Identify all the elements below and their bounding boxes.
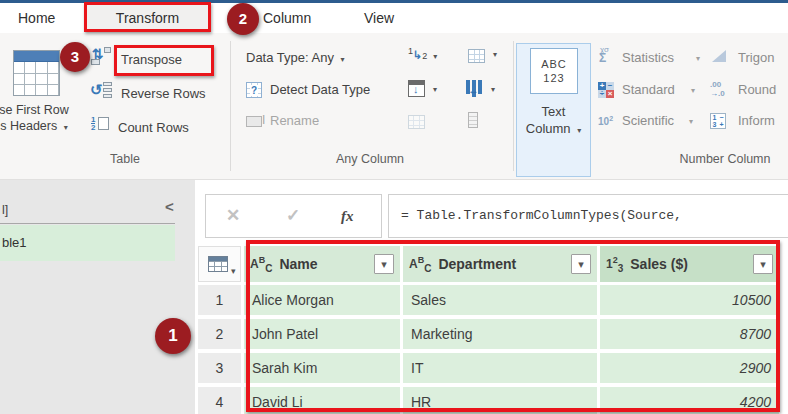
list-icon[interactable] <box>468 112 478 128</box>
rename-icon <box>246 116 262 127</box>
dropdown-arrow-icon: ▾ <box>491 85 495 94</box>
dropdown-arrow-icon: ▾ <box>493 50 497 59</box>
fill-down-icon: ↓ <box>408 80 425 97</box>
convert-to-list-icon[interactable] <box>408 115 425 129</box>
move-icon <box>468 49 485 63</box>
group-separator <box>513 41 514 171</box>
table-group-label: Table <box>20 152 230 166</box>
text-column-icon: ABC 123 <box>530 48 578 94</box>
dropdown-arrow-icon: ▾ <box>341 55 345 64</box>
count-rows-icon: 1 2 <box>91 115 109 133</box>
replace-values-button[interactable]: 1↳2 ▾ <box>408 46 437 62</box>
detect-data-type-icon: ? <box>246 82 262 98</box>
annotation-badge-1: 1 <box>155 318 191 354</box>
statistics-icon: χσΣ <box>598 47 616 65</box>
tab-home[interactable]: Home <box>18 3 55 33</box>
use-first-row-as-headers-button[interactable]: se First Row s Headers ▾ <box>0 102 86 136</box>
number-column-group-label: Number Column <box>640 152 788 166</box>
row-number[interactable]: 2 <box>198 319 241 349</box>
pivot-column-icon: ↔ <box>466 80 484 97</box>
standard-icon: +− ÷× <box>598 82 614 98</box>
power-query-editor-window: Home Transform Column View se First Row … <box>0 0 788 414</box>
reverse-rows-icon: ↺ <box>92 81 110 99</box>
formula-text: = Table.TransformColumnTypes(Source, <box>401 195 682 237</box>
fx-icon[interactable]: fx <box>341 195 354 237</box>
scientific-icon: 102 <box>598 115 613 127</box>
annotation-box-table <box>246 240 780 412</box>
tab-view[interactable]: View <box>364 3 394 33</box>
tab-column[interactable]: Column <box>263 3 311 33</box>
formula-bar[interactable]: = Table.TransformColumnTypes(Source, <box>388 194 788 238</box>
data-type-button[interactable]: Data Type: Any ▾ <box>246 50 345 65</box>
dropdown-arrow-icon: ▾ <box>689 117 693 126</box>
dropdown-arrow-icon: ▾ <box>433 85 437 94</box>
any-column-group-label: Any Column <box>280 152 460 166</box>
annotation-badge-3: 3 <box>60 42 90 72</box>
dropdown-arrow-icon: ▾ <box>64 123 68 132</box>
row-number[interactable]: 3 <box>198 353 241 383</box>
trigonometry-icon <box>712 50 726 62</box>
dropdown-arrow-icon: ▾ <box>691 86 695 95</box>
table-icon <box>208 256 228 272</box>
dropdown-arrow-icon: ▾ <box>231 266 236 276</box>
formula-toolbar: ✕ ✓ fx <box>205 194 382 238</box>
text-column-button[interactable]: ABC 123 Text Column ▾ <box>516 43 591 177</box>
queries-panel-header-fragment: l] <box>2 203 8 217</box>
group-separator <box>230 41 231 171</box>
dropdown-arrow-icon: ▾ <box>696 54 700 63</box>
information-icon: 1− 3+ <box>710 113 726 129</box>
annotation-box-transpose <box>114 45 214 76</box>
transpose-icon: ⇅ <box>92 47 110 65</box>
dropdown-arrow-icon: ▾ <box>577 126 581 135</box>
collapse-panel-icon[interactable]: < <box>165 198 174 215</box>
row-number[interactable]: 1 <box>198 285 241 315</box>
use-first-row-as-headers-icon[interactable] <box>13 50 60 96</box>
rounding-icon: .00→.0 <box>710 80 725 98</box>
query-list-item-selected[interactable]: ble1 <box>0 225 175 261</box>
annotation-box-transform <box>84 2 211 32</box>
confirm-icon[interactable]: ✓ <box>286 195 300 237</box>
queries-panel: l] < ble1 <box>0 180 195 414</box>
table-select-all-corner[interactable]: ▾ <box>198 246 241 282</box>
dropdown-arrow-icon: ▾ <box>433 52 437 61</box>
divider <box>0 223 175 224</box>
annotation-badge-2: 2 <box>227 3 259 35</box>
cancel-icon[interactable]: ✕ <box>226 195 240 237</box>
row-number[interactable]: 4 <box>198 387 241 414</box>
